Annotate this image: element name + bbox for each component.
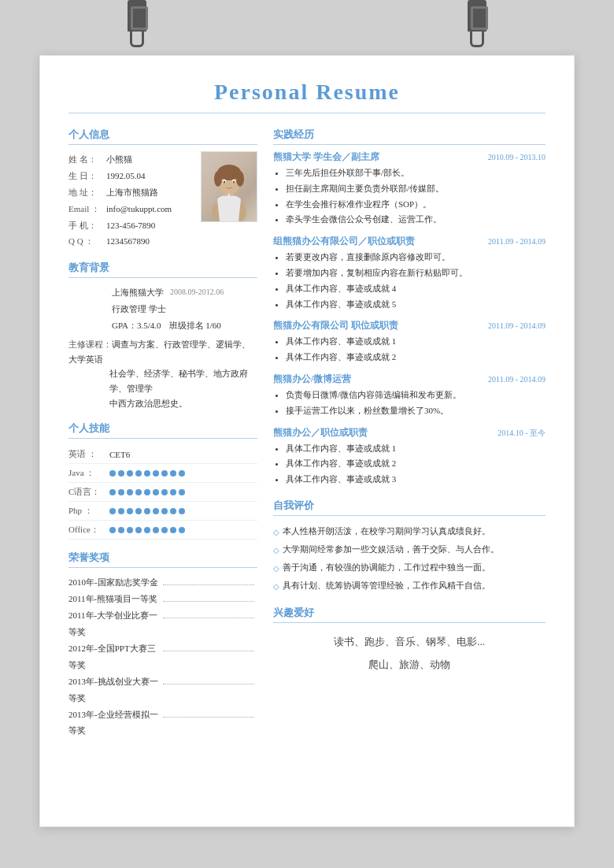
practice-entry-1: 组熊猫办公有限公司／职位或职责 2011.09 - 2014.09 若要更改内容… [273, 236, 546, 312]
page-wrapper: Personal Resume 个人信息 [0, 0, 614, 868]
award-item: 2012年-全国PPT大赛三等奖 [68, 640, 257, 673]
binder-clip-left [126, 0, 148, 47]
list-item: 牵头学生会微信公众号创建、运营工作。 [286, 212, 546, 228]
svg-point-4 [214, 171, 222, 187]
eval-item: ◇ 大学期间经常参加一些文娱活动，善于交际、与人合作。 [273, 540, 546, 558]
hobbies-title: 兴趣爱好 [273, 606, 546, 623]
award-item: 2013年-企业经营模拟一等奖 [68, 707, 257, 740]
award-item: 2010年-国家励志奖学金 [68, 574, 257, 591]
resume-body: 个人信息 [68, 128, 546, 739]
skills-title: 个人技能 [68, 421, 257, 439]
award-item: 2013年-挑战创业大赛一等奖 [68, 673, 257, 707]
personal-info-grid: 姓 名： 小熊猫 生 日： 1992.05.04 地 址： 上海市熊猫路 Ema… [68, 151, 257, 250]
edu-courses: 主修课程：调查与方案、行政管理学、逻辑学、大学英语 [68, 337, 257, 366]
info-row-birthday: 生 日： 1992.05.04 [68, 168, 196, 184]
hobbies-text: 读书、跑步、音乐、钢琴、电影... 爬山、旅游、动物 [273, 631, 546, 676]
info-row-phone: 手 机： 123-456-7890 [68, 217, 196, 234]
svg-point-8 [224, 181, 225, 184]
right-column: 实践经历 熊猫大学 学生会／副主席 2010.09 - 2013.10 三年先后… [273, 128, 546, 739]
list-item: 在学生会推行标准作业程序（SOP）。 [286, 197, 546, 213]
php-dots [109, 508, 185, 514]
awards-title: 荣誉奖项 [68, 551, 257, 568]
info-row-name: 姓 名： 小熊猫 [68, 151, 196, 168]
photo-silhouette [205, 158, 253, 221]
skill-row-c: C语言： [68, 483, 257, 502]
list-item: 若要更改内容，直接删除原内容修改即可。 [286, 250, 546, 265]
award-item: 2011年-熊猫项目一等奖 [68, 591, 257, 607]
personal-info-title: 个人信息 [68, 128, 257, 145]
list-item: 具体工作内容、事迹或成就 1 [286, 334, 546, 350]
practice-entry-2: 熊猫办公有限公司 职位或职责 2011.09 - 2014.09 具体工作内容、… [273, 320, 546, 365]
practice-entry-4: 熊猫办公／职位或职责 2014.10 - 至今 具体工作内容、事迹或成就 1 具… [273, 427, 546, 488]
practice-entry-3: 熊猫办公/微博运营 2011.09 - 2014.09 负责每日微博/微信内容筛… [273, 373, 546, 419]
java-dots [109, 470, 185, 477]
education-block: 上海熊猫大学 2008.09-2012.06 行政管理 学士 GPA：3.5/4… [68, 284, 257, 410]
skill-row-office: Office： [68, 521, 257, 540]
education-title: 教育背景 [68, 261, 257, 278]
photo-area [201, 151, 257, 222]
info-row-qq: Q Q ： 1234567890 [68, 233, 257, 250]
eval-item: ◇ 善于沟通，有较强的协调能力，工作过程中独当一面。 [273, 558, 546, 577]
list-item: 具体工作内容、事迹或成就 4 [286, 281, 546, 297]
skills-list: 英语 ： CET6 Java ： C语言： [68, 445, 257, 540]
list-item: 具体工作内容、事迹或成就 1 [286, 441, 546, 457]
eval-list: ◇ 本人性格开朗活泼，在校学习期间学习认真成绩良好。 ◇ 大学期间经常参加一些文… [273, 522, 546, 595]
svg-point-9 [233, 181, 235, 184]
award-item: 2011年-大学创业比赛一等奖 [68, 607, 257, 640]
resume-title: Personal Resume [68, 80, 546, 113]
edu-gpa-line: GPA：3.5/4.0 班级排名 1/60 [68, 317, 257, 334]
list-item: 具体工作内容、事迹或成就 5 [286, 297, 546, 313]
resume-paper: Personal Resume 个人信息 [39, 55, 575, 827]
office-dots [109, 527, 185, 533]
awards-list: 2010年-国家励志奖学金 2011年-熊猫项目一等奖 2011年-大学创业比赛… [68, 574, 257, 739]
svg-point-5 [236, 171, 244, 187]
edu-major-line: 行政管理 学士 [68, 301, 257, 317]
self-eval-title: 自我评价 [273, 499, 546, 516]
left-column: 个人信息 [68, 128, 257, 739]
skill-row-java: Java ： [68, 464, 257, 483]
list-item: 三年先后担任外联部干事/部长。 [286, 165, 546, 181]
info-row-email: Email ： info@tukuppt.com [68, 201, 196, 217]
skill-row-english: 英语 ： CET6 [68, 445, 257, 464]
eval-item: ◇ 具有计划、统筹协调等管理经验，工作作风精干自信。 [273, 577, 546, 595]
info-row-address: 地 址： 上海市熊猫路 [68, 184, 196, 201]
list-item: 具体工作内容、事迹或成就 2 [286, 456, 546, 472]
list-item: 负责每日微博/微信内容筛选编辑和发布更新。 [286, 388, 546, 403]
practice-title: 实践经历 [273, 128, 546, 145]
c-dots [109, 489, 185, 495]
dot [109, 470, 116, 477]
practice-entry-0: 熊猫大学 学生会／副主席 2010.09 - 2013.10 三年先后担任外联部… [273, 151, 546, 228]
list-item: 担任副主席期间主要负责外联部/传媒部。 [286, 181, 546, 197]
list-item: 具体工作内容、事迹或成就 3 [286, 472, 546, 488]
eval-item: ◇ 本人性格开朗活泼，在校学习期间学习认真成绩良好。 [273, 522, 546, 540]
list-item: 接手运营工作以来，粉丝数量增长了30%。 [286, 403, 546, 419]
list-item: 具体工作内容、事迹或成就 2 [286, 350, 546, 365]
binder-clip-right [466, 0, 488, 47]
skill-row-php: Php ： [68, 502, 257, 521]
edu-school-line: 上海熊猫大学 2008.09-2012.06 [68, 284, 257, 301]
list-item: 若要增加内容，复制相应内容在新行粘贴即可。 [286, 265, 546, 281]
